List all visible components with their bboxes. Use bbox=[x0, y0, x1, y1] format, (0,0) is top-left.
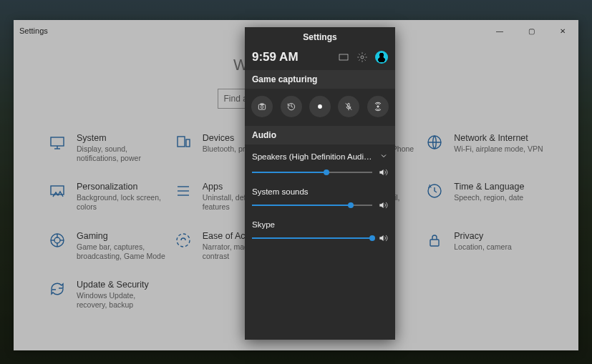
category-title: Update & Security bbox=[77, 280, 167, 290]
category-desc: Game bar, captures, broadcasting, Game M… bbox=[77, 242, 167, 261]
category-title: Gaming bbox=[77, 231, 167, 241]
volume-slider-device[interactable] bbox=[252, 172, 372, 173]
audio-device-dropdown[interactable]: Speakers (High Definition Audio Devic… bbox=[252, 149, 388, 163]
chevron-down-icon bbox=[379, 152, 388, 162]
svg-point-35 bbox=[377, 106, 379, 107]
gamebar-header-title: Settings bbox=[245, 27, 395, 47]
minimize-button[interactable]: — bbox=[484, 20, 515, 41]
svg-point-31 bbox=[318, 104, 322, 109]
category-title: Privacy bbox=[454, 231, 512, 241]
settings-category-gaming[interactable]: GamingGame bar, captures, broadcasting, … bbox=[48, 231, 167, 261]
mixer-label-system: System sounds bbox=[252, 187, 388, 196]
gamebar-clock: 9:59 AM bbox=[252, 50, 332, 64]
svg-rect-2 bbox=[51, 137, 64, 146]
svg-point-23 bbox=[177, 234, 190, 247]
svg-text:A: A bbox=[428, 184, 432, 189]
mixer-label-skype: Skype bbox=[252, 220, 388, 229]
svg-rect-10 bbox=[51, 186, 64, 195]
category-desc: Location, camera bbox=[454, 242, 512, 252]
personalization-icon bbox=[48, 182, 67, 200]
gamebar-panel: Settings 9:59 AM Game capturing Audio Sp… bbox=[245, 27, 395, 340]
volume-slider-skype[interactable] bbox=[252, 237, 372, 239]
audio-device-name: Speakers (High Definition Audio Devic… bbox=[252, 152, 374, 161]
maximize-button[interactable]: ▢ bbox=[515, 20, 547, 41]
category-desc: Wi-Fi, airplane mode, VPN bbox=[454, 144, 543, 154]
time-icon: A bbox=[425, 182, 444, 200]
gaming-icon bbox=[48, 231, 67, 250]
apps-icon bbox=[174, 182, 193, 200]
settings-category-personalization[interactable]: PersonalizationBackground, lock screen, … bbox=[48, 182, 167, 212]
window-controls: — ▢ ✕ bbox=[484, 20, 578, 41]
svg-point-27 bbox=[361, 56, 364, 59]
system-icon bbox=[48, 133, 67, 152]
broadcast-button[interactable] bbox=[367, 96, 389, 117]
category-desc: Speech, region, date bbox=[454, 193, 524, 202]
category-title: Network & Internet bbox=[454, 133, 543, 143]
settings-category-system[interactable]: SystemDisplay, sound, notifications, pow… bbox=[48, 133, 167, 163]
screenshot-button[interactable] bbox=[251, 96, 273, 117]
volume-icon bbox=[378, 167, 388, 177]
category-desc: Background, lock screen, colors bbox=[77, 193, 167, 212]
volume-icon bbox=[378, 200, 388, 210]
category-desc: Display, sound, notifications, power bbox=[77, 144, 167, 163]
volume-slider-system[interactable] bbox=[252, 205, 372, 206]
network-icon bbox=[425, 133, 444, 152]
gamebar-settings-icon[interactable] bbox=[356, 51, 368, 63]
privacy-icon bbox=[425, 231, 444, 250]
category-title: System bbox=[77, 133, 167, 143]
mic-toggle-button[interactable] bbox=[338, 96, 359, 117]
settings-category-network[interactable]: Network & InternetWi-Fi, airplane mode, … bbox=[425, 133, 544, 163]
close-button[interactable]: ✕ bbox=[547, 20, 578, 41]
audio-section-label: Audio bbox=[245, 126, 395, 144]
category-desc: Windows Update, recovery, backup bbox=[77, 291, 167, 310]
record-button[interactable] bbox=[309, 96, 331, 117]
svg-rect-25 bbox=[430, 240, 439, 246]
ease-icon bbox=[174, 231, 193, 250]
category-title: Personalization bbox=[77, 182, 167, 192]
settings-category-privacy[interactable]: PrivacyLocation, camera bbox=[425, 231, 544, 261]
svg-point-29 bbox=[261, 106, 263, 109]
capture-button-row bbox=[245, 89, 395, 126]
settings-category-update[interactable]: Update & SecurityWindows Update, recover… bbox=[48, 280, 167, 310]
devices-icon bbox=[174, 133, 193, 152]
svg-rect-5 bbox=[178, 137, 185, 147]
update-icon bbox=[48, 280, 67, 298]
category-title: Time & Language bbox=[454, 182, 524, 192]
game-capturing-section-label: Game capturing bbox=[245, 70, 395, 89]
svg-rect-6 bbox=[186, 139, 190, 147]
svg-rect-26 bbox=[339, 54, 348, 60]
settings-category-time[interactable]: ATime & LanguageSpeech, region, date bbox=[425, 182, 544, 212]
overlay-window-icon[interactable] bbox=[338, 51, 349, 63]
xbox-avatar[interactable] bbox=[375, 51, 388, 64]
svg-point-18 bbox=[54, 237, 60, 243]
volume-icon bbox=[378, 233, 388, 243]
record-last-button[interactable] bbox=[281, 96, 302, 117]
